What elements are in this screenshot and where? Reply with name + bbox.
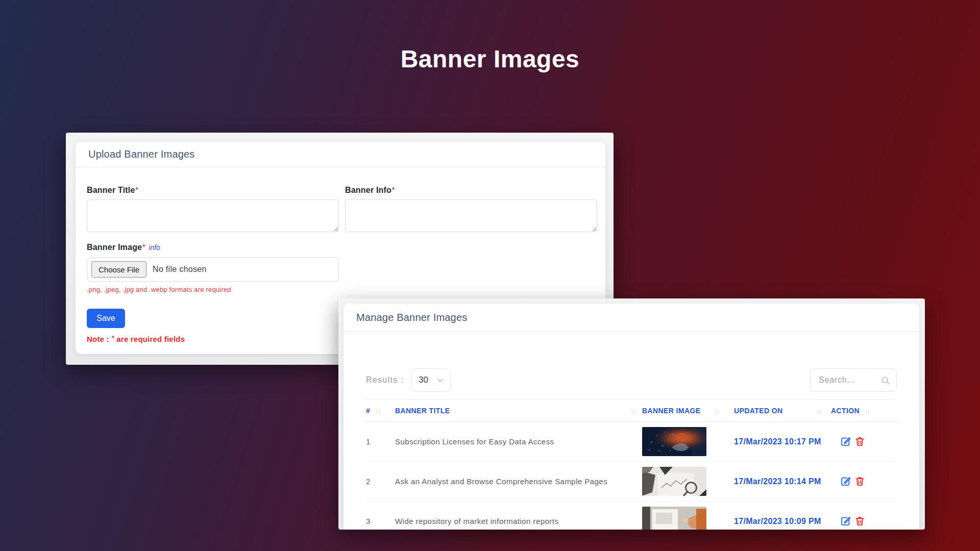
banner-title-input[interactable] [87,199,339,232]
row-number: 2 [366,477,371,486]
updated-on-cell: 17/Mar/2023 10:17 PM [734,437,821,446]
format-note: .png, .jpeg, .jpg and .webp formats are … [87,286,597,293]
banner-info-label: Banner Info [345,186,391,194]
manage-card-title: Manage Banner Images [344,304,919,332]
edit-pencil-icon [840,476,851,487]
banner-info-input[interactable] [345,199,597,232]
results-per-page-select[interactable]: 30 [411,368,451,392]
choose-file-button[interactable]: Choose File [91,261,146,278]
required-asterisk: * [136,186,138,193]
trash-icon [854,516,865,527]
search-input[interactable] [818,375,874,385]
banner-image-file-input[interactable]: Choose File No file chosen [87,257,339,282]
results-label: Results : [366,375,404,385]
updated-on-cell: 17/Mar/2023 10:09 PM [734,517,821,526]
column-header-num[interactable]: # [366,407,370,415]
info-link[interactable]: info [149,243,160,252]
sort-icon[interactable]: ↑↓ [630,407,635,415]
edit-button[interactable] [840,476,851,487]
banner-thumbnail [642,467,706,496]
edit-button[interactable] [840,516,851,527]
sort-icon[interactable]: ↑↓ [375,407,380,415]
banner-image-label: Banner Image [87,243,142,252]
search-box[interactable] [810,368,897,392]
chevron-down-icon [436,377,444,384]
delete-button[interactable] [854,516,865,527]
banner-title-cell: Ask an Analyst and Browse Comprehensive … [395,477,607,486]
trash-icon [854,476,865,487]
banner-thumbnail [642,427,706,456]
sort-icon[interactable]: ↑↓ [865,407,869,415]
delete-button[interactable] [854,476,865,487]
column-header-updated-on[interactable]: UPDATED ON [734,407,783,415]
row-number: 1 [366,437,371,446]
column-header-banner-image[interactable]: BANNER IMAGE [642,407,700,415]
search-icon [880,375,890,385]
required-asterisk: * [142,243,145,251]
note-prefix: Note : [87,335,111,343]
manage-panel: Manage Banner Images Results : 30 [338,298,925,530]
required-asterisk: * [392,186,395,193]
banner-title-cell: Subscription Licenses for Easy Data Acce… [395,437,554,446]
edit-button[interactable] [840,436,851,447]
edit-pencil-icon [840,516,851,527]
banner-table: #↑↓ BANNER TITLE↑↓ BANNER IMAGE↑↓ UPDATE… [366,399,897,530]
banner-title-cell: Wide repository of market information re… [395,517,558,525]
table-row: 3 Wide repository of market information … [366,502,897,530]
note-text: are required fields [114,335,185,343]
save-button[interactable]: Save [87,309,125,328]
upload-card-title: Upload Banner Images [76,142,605,167]
file-status-text: No file chosen [153,265,207,274]
column-header-action[interactable]: ACTION [831,407,860,415]
table-row: 2 Ask an Analyst and Browse Comprehensiv… [366,462,897,502]
row-number: 3 [366,517,371,525]
table-header-row: #↑↓ BANNER TITLE↑↓ BANNER IMAGE↑↓ UPDATE… [366,399,897,422]
trash-icon [854,436,865,447]
results-selected-value: 30 [419,375,428,385]
manage-card: Manage Banner Images Results : 30 [344,304,919,530]
sort-icon[interactable]: ↑↓ [714,407,719,415]
banner-title-label: Banner Title [87,186,135,194]
sort-icon[interactable]: ↑↓ [816,407,821,415]
edit-pencil-icon [840,436,851,447]
delete-button[interactable] [854,436,865,447]
page-title: Banner Images [0,45,980,73]
banner-thumbnail [642,507,706,530]
updated-on-cell: 17/Mar/2023 10:14 PM [734,477,821,486]
table-row: 1 Subscription Licenses for Easy Data Ac… [366,422,897,462]
column-header-banner-title[interactable]: BANNER TITLE [395,407,450,415]
